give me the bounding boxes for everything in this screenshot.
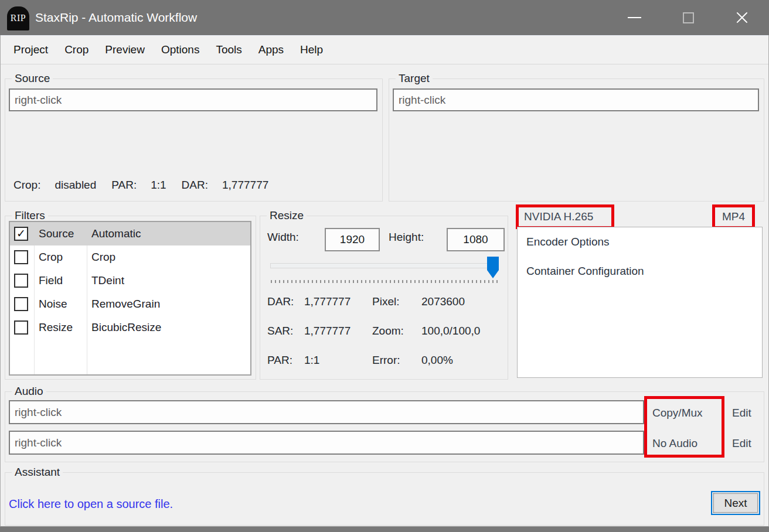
menu-apps[interactable]: Apps [250, 36, 292, 64]
filter-row-resize[interactable]: Resize BicubicResize [10, 316, 250, 339]
filter-source-checkbox[interactable]: ✓ [14, 227, 28, 241]
window-title: StaxRip - Automatic Workflow [35, 11, 197, 25]
audio-track2-edit[interactable]: Edit [732, 435, 751, 451]
filter-value: BicubicResize [91, 316, 161, 339]
target-file-input[interactable] [393, 88, 759, 111]
crop-label: Crop: [13, 179, 40, 191]
highlight-box-container: MP4 [712, 204, 755, 229]
resize-slider-thumb[interactable] [487, 257, 499, 278]
stats-row-par: PAR: 1:1 Error: 0,00% [267, 351, 502, 380]
audio-track1-input[interactable] [9, 400, 644, 424]
par-value: 1:1 [151, 179, 166, 191]
menu-crop[interactable]: Crop [56, 36, 97, 64]
error-label: Error: [372, 354, 400, 367]
width-input[interactable] [325, 228, 380, 251]
filter-name: Source [39, 222, 74, 245]
target-group-label: Target [396, 71, 433, 86]
close-icon [734, 10, 750, 25]
filter-crop-checkbox[interactable] [14, 250, 28, 264]
filter-name: Resize [39, 316, 73, 339]
staxrip-window: RIP StaxRip - Automatic Workflow Project… [0, 0, 769, 532]
menu-help[interactable]: Help [292, 36, 331, 64]
assistant-group: Assistant Click here to open a source fi… [5, 472, 764, 526]
resize-group-label: Resize [267, 208, 307, 223]
menu-options[interactable]: Options [153, 36, 207, 64]
dar-value: 1,777777 [222, 179, 268, 191]
filter-value: Automatic [91, 222, 141, 245]
par-label: PAR: [111, 179, 137, 191]
height-input[interactable] [447, 228, 505, 251]
par-value: 1:1 [304, 354, 319, 367]
width-label: Width: [267, 231, 299, 244]
menu-bar: Project Crop Preview Options Tools Apps … [1, 35, 768, 64]
zoom-label: Zoom: [372, 325, 404, 337]
menu-preview[interactable]: Preview [97, 36, 153, 64]
encoder-panel: Encoder Options Container Configuration [517, 227, 763, 378]
target-group: Target [389, 79, 764, 202]
highlight-box-encoder: NVIDIA H.265 [516, 204, 614, 229]
pixel-label: Pixel: [372, 295, 399, 308]
sar-value: 1,777777 [304, 325, 351, 337]
menu-tools[interactable]: Tools [207, 36, 250, 64]
height-label: Height: [389, 231, 424, 244]
filter-noise-checkbox[interactable] [14, 297, 28, 311]
next-button[interactable]: Next [711, 491, 760, 515]
window-bottom-edge [0, 526, 769, 532]
container-configuration-item[interactable]: Container Configuration [526, 263, 644, 279]
source-group: Source Crop:disabledPAR:1:1DAR:1,777777 [5, 79, 383, 202]
zoom-value: 100,0/100,0 [421, 325, 480, 337]
audio-track1-mode[interactable]: Copy/Mux [652, 405, 703, 421]
title-bar[interactable]: RIP StaxRip - Automatic Workflow [0, 0, 769, 35]
filter-name: Noise [39, 292, 67, 316]
resize-slider-track[interactable] [270, 263, 496, 268]
app-icon: RIP [7, 6, 29, 30]
dar-label: DAR: [267, 295, 294, 308]
resize-slider-ticks [271, 280, 498, 283]
filter-row-field[interactable]: Field TDeint [10, 269, 250, 292]
maximize-button[interactable] [661, 0, 715, 35]
resize-stats: DAR: 1,777777 Pixel: 2073600 SAR: 1,7777… [267, 292, 502, 380]
menu-project[interactable]: Project [5, 36, 56, 64]
filter-row-noise[interactable]: Noise RemoveGrain [10, 292, 250, 316]
filter-field-checkbox[interactable] [14, 274, 28, 288]
pixel-value: 2073600 [421, 295, 465, 308]
audio-track1-edit[interactable]: Edit [732, 405, 751, 421]
filter-name: Field [39, 269, 63, 292]
encoder-options-item[interactable]: Encoder Options [526, 234, 610, 250]
resize-group: Resize Width: Height: DAR: 1,777777 Pixe… [260, 216, 508, 380]
filter-row-crop[interactable]: Crop Crop [10, 245, 250, 269]
stats-row-dar: DAR: 1,777777 Pixel: 2073600 [267, 292, 502, 322]
source-group-label: Source [12, 71, 53, 86]
stats-row-sar: SAR: 1,777777 Zoom: 100,0/100,0 [267, 322, 502, 351]
encoder-codec-label[interactable]: NVIDIA H.265 [519, 207, 611, 226]
filter-resize-checkbox[interactable] [14, 320, 28, 335]
filter-name: Crop [39, 245, 63, 269]
dar-value: 1,777777 [304, 295, 351, 308]
assistant-group-label: Assistant [12, 465, 63, 480]
error-value: 0,00% [421, 354, 453, 367]
filters-list: ✓ Source Automatic Crop Crop Field TDein… [9, 221, 251, 376]
filter-value: RemoveGrain [91, 292, 160, 316]
filter-row-source[interactable]: ✓ Source Automatic [10, 222, 250, 245]
maximize-icon [683, 12, 694, 23]
open-source-file-link[interactable]: Click here to open a source file. [9, 497, 173, 511]
audio-group-label: Audio [12, 384, 46, 399]
container-format-label[interactable]: MP4 [715, 207, 752, 226]
minimize-icon [628, 17, 641, 18]
par-label: PAR: [267, 354, 292, 367]
dar-label: DAR: [182, 179, 208, 191]
source-file-input[interactable] [9, 88, 377, 111]
audio-group: Audio Copy/Mux No Audio Edit Edit [5, 391, 764, 462]
minimize-button[interactable] [607, 0, 661, 35]
close-button[interactable] [715, 0, 769, 35]
filter-value: TDeint [91, 269, 124, 292]
source-info-row: Crop:disabledPAR:1:1DAR:1,777777 [13, 179, 284, 192]
filter-value: Crop [91, 245, 115, 269]
audio-track2-mode[interactable]: No Audio [652, 435, 697, 451]
sar-label: SAR: [267, 325, 293, 337]
filters-group: Filters ✓ Source Automatic Crop Crop Fie… [5, 216, 256, 380]
caption-buttons [607, 0, 769, 35]
audio-track2-input[interactable] [9, 431, 644, 455]
crop-value: disabled [55, 179, 96, 191]
